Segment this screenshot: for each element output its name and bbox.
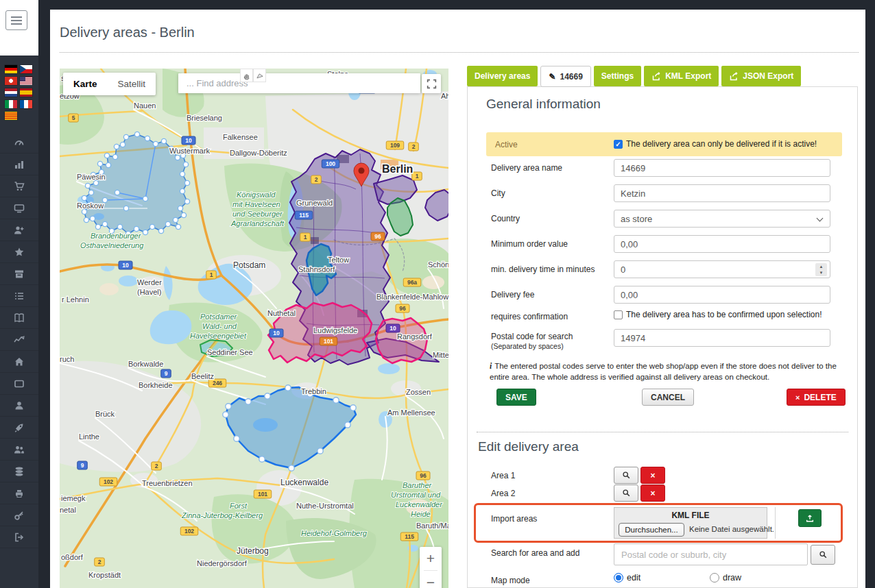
vertex-handle[interactable] <box>112 154 117 159</box>
flag-usa[interactable] <box>20 77 32 85</box>
vertex-handle[interactable] <box>226 404 231 409</box>
sidebar-item-products[interactable] <box>0 263 38 285</box>
country-select[interactable]: as store <box>614 210 830 228</box>
vertex-handle[interactable] <box>106 162 110 167</box>
vertex-handle[interactable] <box>134 132 139 136</box>
map-mode-draw-radio[interactable] <box>710 573 719 583</box>
vertex-handle[interactable] <box>285 385 291 391</box>
vertex-handle[interactable] <box>143 196 147 201</box>
vertex-handle[interactable] <box>184 199 189 204</box>
vertex-handle[interactable] <box>115 190 119 195</box>
vertex-handle[interactable] <box>173 217 178 222</box>
zoom-out-button[interactable]: − <box>420 571 442 588</box>
vertex-handle[interactable] <box>180 171 184 176</box>
sidebar-item-staff[interactable] <box>0 439 38 461</box>
sidebar-item-favorites[interactable] <box>0 241 38 263</box>
upload-kml-button[interactable] <box>798 509 822 527</box>
flag-catalonia[interactable] <box>5 112 17 120</box>
vertex-handle[interactable] <box>85 183 90 188</box>
vertex-handle[interactable] <box>123 206 128 210</box>
active-checkbox[interactable]: ✓ <box>614 140 623 149</box>
sidebar-item-dashboard[interactable] <box>0 132 38 154</box>
fullscreen-button[interactable] <box>422 74 441 93</box>
find-address-input[interactable]: ... Find address <box>178 73 420 93</box>
vertex-handle[interactable] <box>180 188 184 193</box>
sidebar-item-home[interactable] <box>0 351 38 373</box>
sidebar-item-orders[interactable] <box>0 175 38 197</box>
vertex-handle[interactable] <box>114 144 119 149</box>
postal-input[interactable]: 14974 <box>614 329 830 347</box>
hamburger-menu-button[interactable] <box>5 10 27 30</box>
sidebar-item-pos[interactable] <box>0 197 38 219</box>
sidebar-item-categories[interactable] <box>0 285 38 307</box>
flag-switzerland[interactable] <box>5 77 17 85</box>
search-area-input[interactable]: Postal code or suburb, city <box>614 543 808 565</box>
confirm-checkbox[interactable] <box>614 310 623 319</box>
save-button[interactable]: SAVE <box>496 389 536 406</box>
vertex-handle[interactable] <box>333 397 339 403</box>
sidebar-item-logout[interactable] <box>0 526 38 548</box>
pan-hand-tool[interactable] <box>240 69 253 82</box>
browse-file-button[interactable]: Durchsuchen... <box>619 523 684 537</box>
vertex-handle[interactable] <box>102 221 107 226</box>
sidebar-item-reports[interactable] <box>0 329 38 351</box>
delete-button[interactable]: × DELETE <box>787 389 846 406</box>
sidebar-item-marketing[interactable] <box>0 417 38 439</box>
vertex-handle[interactable] <box>82 209 86 214</box>
vertex-handle[interactable] <box>317 448 323 454</box>
vertex-handle[interactable] <box>234 436 239 441</box>
map-type-satellite-button[interactable]: Satellit <box>108 73 156 95</box>
vertex-handle[interactable] <box>165 221 170 226</box>
vertex-handle[interactable] <box>176 224 180 229</box>
flag-netherlands[interactable] <box>5 88 17 97</box>
vertex-handle[interactable] <box>153 141 158 146</box>
flag-france[interactable] <box>20 100 32 108</box>
vertex-handle[interactable] <box>265 393 270 399</box>
vertex-handle[interactable] <box>104 153 109 158</box>
name-input[interactable]: 14669 <box>614 159 830 177</box>
vertex-handle[interactable] <box>161 138 166 143</box>
sidebar-item-customer-add[interactable] <box>0 219 38 241</box>
area2-delete-button[interactable]: × <box>640 485 665 502</box>
vertex-handle[interactable] <box>88 190 93 195</box>
search-area-button[interactable] <box>811 545 835 565</box>
vertex-handle[interactable] <box>84 217 88 222</box>
tab-14669[interactable]: ✎14669 <box>540 66 590 87</box>
city-input[interactable]: Ketzin <box>614 184 830 202</box>
flag-italy[interactable] <box>5 100 17 108</box>
vertex-handle[interactable] <box>223 412 228 417</box>
vertex-handle[interactable] <box>117 224 122 229</box>
fee-input[interactable]: 0,00 <box>614 286 830 304</box>
vertex-handle[interactable] <box>145 136 149 140</box>
vertex-handle[interactable] <box>149 224 154 229</box>
vertex-handle[interactable] <box>175 155 180 160</box>
zoom-in-button[interactable]: + <box>420 547 442 570</box>
flag-czech-republic[interactable] <box>20 65 32 73</box>
cancel-button[interactable]: CANCEL <box>642 389 694 406</box>
vertex-handle[interactable] <box>143 230 147 234</box>
sidebar-item-printers[interactable] <box>0 482 38 504</box>
map-canvas[interactable]: 51141092121001961151010196a9624610101109… <box>60 69 448 588</box>
tab-json-export[interactable]: JSON Export <box>721 66 801 86</box>
vertex-handle[interactable] <box>181 212 186 217</box>
area-pink-rangsdorf[interactable] <box>376 318 427 363</box>
tab-kml-export[interactable]: KML Export <box>644 66 719 86</box>
area1-delete-button[interactable]: × <box>640 467 665 484</box>
flag-spain[interactable] <box>20 88 32 97</box>
vertex-handle[interactable] <box>184 180 189 185</box>
vertex-handle[interactable] <box>345 422 350 428</box>
sidebar-item-terminals[interactable] <box>0 373 38 395</box>
vertex-handle[interactable] <box>123 134 128 139</box>
vertex-handle[interactable] <box>90 216 95 221</box>
tab-delivery-areas[interactable]: Delivery areas <box>467 66 538 86</box>
vertex-handle[interactable] <box>350 405 356 411</box>
map-type-map-button[interactable]: Karte <box>63 73 108 95</box>
vertex-handle[interactable] <box>134 226 139 231</box>
vertex-handle[interactable] <box>259 456 265 462</box>
vertex-handle[interactable] <box>82 195 86 200</box>
vertex-handle[interactable] <box>120 142 125 147</box>
flag-germany[interactable] <box>5 65 17 73</box>
sidebar-item-keys[interactable] <box>0 504 38 526</box>
area1-zoom-button[interactable] <box>614 467 638 484</box>
min-order-input[interactable]: 0,00 <box>614 235 830 253</box>
